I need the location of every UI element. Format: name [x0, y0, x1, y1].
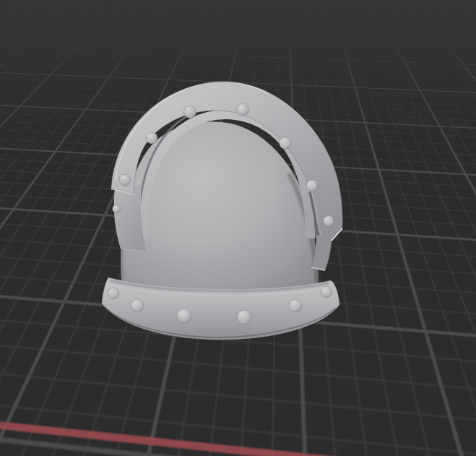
rivet [184, 106, 196, 119]
rivet [177, 309, 191, 323]
pauldron-model[interactable] [0, 0, 476, 456]
rivet [237, 104, 249, 116]
rivet [119, 174, 131, 186]
rivet [324, 216, 334, 227]
rivet [237, 310, 251, 324]
viewport-3d[interactable] [0, 0, 476, 456]
rivet [113, 205, 121, 213]
rivet [306, 180, 318, 192]
rivet [321, 286, 332, 298]
rivet [146, 132, 157, 144]
rivet [108, 288, 119, 299]
rivet [280, 137, 292, 150]
rivet [289, 299, 302, 312]
rivet [131, 299, 144, 312]
